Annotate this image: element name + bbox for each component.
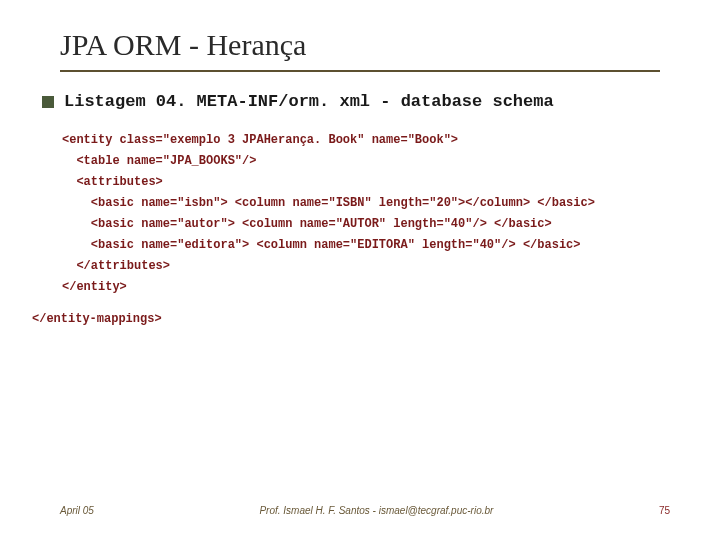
code-line: <basic name="editora"> <column name="EDI… xyxy=(62,238,580,252)
footer-date: April 05 xyxy=(60,505,94,516)
footer: April 05 Prof. Ismael H. F. Santos - ism… xyxy=(0,505,720,516)
code-line: </attributes> xyxy=(62,259,170,273)
code-block: <entity class="exemplo 3 JPAHerança. Boo… xyxy=(62,130,670,298)
page-number: 75 xyxy=(659,505,670,516)
subtitle-row: Listagem 04. META-INF/orm. xml - databas… xyxy=(42,92,670,112)
code-line: <basic name="autor"> <column name="AUTOR… xyxy=(62,217,552,231)
square-bullet-icon xyxy=(42,96,54,108)
subtitle-text: Listagem 04. META-INF/orm. xml - databas… xyxy=(64,92,554,112)
code-line: </entity> xyxy=(62,280,127,294)
code-line: <attributes> xyxy=(62,175,163,189)
code-line: <basic name="isbn"> <column name="ISBN" … xyxy=(62,196,595,210)
title-underline xyxy=(60,70,660,72)
slide-title: JPA ORM - Herança xyxy=(60,28,670,62)
footer-author: Prof. Ismael H. F. Santos - ismael@tecgr… xyxy=(94,505,659,516)
code-line: <table name="JPA_BOOKS"/> xyxy=(62,154,256,168)
code-line: <entity class="exemplo 3 JPAHerança. Boo… xyxy=(62,133,458,147)
code-closing: </entity-mappings> xyxy=(32,312,670,326)
slide: JPA ORM - Herança Listagem 04. META-INF/… xyxy=(0,0,720,540)
